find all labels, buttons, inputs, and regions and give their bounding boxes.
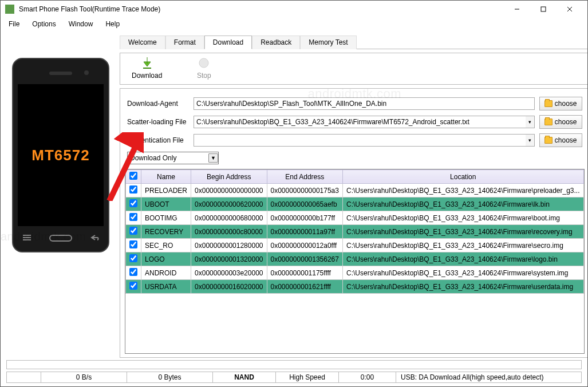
row-location: C:\Users\rahul\Desktop\BQ_E1_G33_A23_140… [342, 252, 583, 266]
row-check-cell [126, 211, 141, 225]
row-check[interactable] [129, 199, 137, 207]
menu-help[interactable]: Help [100, 19, 125, 29]
row-end: 0x000000001621ffff [267, 280, 342, 294]
row-name: UBOOT [141, 198, 191, 211]
da-choose-button[interactable]: choose [539, 97, 582, 110]
row-scatter: Scatter-loading File ▾ choose [127, 115, 582, 129]
content: BM MT6572 androidmtk.com androidmtk.com … [1, 30, 587, 360]
table-row[interactable]: PRELOADER0x00000000000000000x00000000000… [126, 184, 584, 198]
folder-icon [544, 119, 553, 125]
main-panel: androidmtk.com Welcome Format Download R… [120, 35, 587, 358]
window-controls [504, 1, 583, 18]
table-row[interactable]: UBOOT0x00000000006200000x000000000065aef… [126, 198, 584, 211]
scatter-label: Scatter-loading File [127, 118, 189, 126]
folder-icon [544, 100, 553, 107]
status-speed: 0 B/s [41, 372, 127, 382]
menu-options[interactable]: Options [26, 19, 61, 29]
row-location: C:\Users\rahul\Desktop\BQ_E1_G33_A23_140… [342, 280, 583, 294]
phone-preview: BM MT6572 androidmtk.com [6, 35, 115, 358]
statusbar-wrap: 0 B/s 0 Bytes NAND High Speed 0:00 USB: … [1, 360, 587, 386]
row-check[interactable] [129, 254, 137, 262]
status-empty-1 [7, 372, 41, 382]
table-row[interactable]: SEC_RO0x00000000012800000x000000000012a0… [126, 239, 584, 252]
auth-label: Authentication File [127, 136, 189, 144]
auth-choose-button[interactable]: choose [539, 133, 582, 147]
row-check-cell [126, 280, 141, 294]
stop-icon [196, 56, 211, 70]
row-name: USRDATA [141, 280, 191, 294]
row-mode: Download Only ▼ [127, 152, 582, 164]
row-location: C:\Users\rahul\Desktop\BQ_E1_G33_A23_140… [342, 239, 583, 252]
mode-select[interactable]: Download Only ▼ [127, 152, 219, 164]
menu-window[interactable]: Window [63, 19, 99, 29]
row-check[interactable] [129, 240, 137, 248]
da-input[interactable] [194, 97, 535, 110]
table-row[interactable]: BOOTIMG0x00000000006800000x0000000000b17… [126, 211, 584, 225]
phone-screen: MT6572 [18, 84, 104, 226]
auth-dropdown[interactable]: ▾ [526, 134, 535, 147]
da-label: Download-Agent [127, 100, 189, 108]
row-check-cell [126, 239, 141, 252]
table-row[interactable]: ANDROID0x0000000003e200000x000000001175f… [126, 266, 584, 280]
scatter-input[interactable] [194, 116, 526, 128]
row-check[interactable] [129, 185, 137, 194]
header-name[interactable]: Name [141, 170, 191, 184]
status-mode: High Speed [276, 372, 339, 382]
row-begin: 0x0000000000680000 [191, 211, 267, 225]
tab-readback[interactable]: Readback [252, 35, 300, 49]
form-rows: Download-Agent choose Scatter-loading Fi… [125, 92, 585, 169]
tab-welcome[interactable]: Welcome [120, 35, 165, 49]
tab-download[interactable]: Download [204, 35, 252, 49]
row-name: PRELOADER [141, 184, 191, 198]
header-begin[interactable]: Begin Address [191, 170, 267, 184]
row-check[interactable] [129, 268, 137, 276]
header-location[interactable]: Location [342, 170, 583, 184]
row-location: C:\Users\rahul\Desktop\BQ_E1_G33_A23_140… [342, 266, 583, 280]
minimize-button[interactable] [504, 1, 530, 18]
row-end: 0x000000000012a0fff [267, 239, 342, 252]
header-end[interactable]: End Address [267, 170, 342, 184]
row-end: 0x000000001175ffff [267, 266, 342, 280]
tab-memorytest[interactable]: Memory Test [300, 35, 356, 49]
row-check-cell [126, 225, 141, 239]
scatter-dropdown[interactable]: ▾ [526, 116, 535, 128]
folder-icon [544, 137, 553, 144]
table-row[interactable]: RECOVERY0x0000000000c800000x00000000011a… [126, 225, 584, 239]
row-auth: Authentication File ▾ choose [127, 133, 582, 147]
window-title: Smart Phone Flash Tool(Runtime Trace Mod… [19, 5, 504, 13]
row-check-cell [126, 266, 141, 280]
titlebar: Smart Phone Flash Tool(Runtime Trace Mod… [1, 1, 587, 18]
row-check-cell [126, 198, 141, 211]
close-button[interactable] [557, 1, 583, 18]
mode-value: Download Only [130, 154, 176, 162]
status-bytes: 0 Bytes [127, 372, 213, 382]
row-check[interactable] [129, 282, 137, 290]
table-row[interactable]: LOGO0x00000000013200000x0000000001356267… [126, 252, 584, 266]
row-end: 0x00000000011a97ff [267, 225, 342, 239]
chip-label: MT6572 [31, 147, 89, 164]
check-all[interactable] [129, 172, 137, 180]
table-row[interactable]: USRDATA0x00000000160200000x000000001621f… [126, 280, 584, 294]
tabs: Welcome Format Download Readback Memory … [120, 35, 587, 49]
row-end: 0x000000000065aefb [267, 198, 342, 211]
stop-label: Stop [197, 72, 211, 80]
row-download-agent: Download-Agent choose [127, 97, 582, 110]
row-location: C:\Users\rahul\Desktop\BQ_E1_G33_A23_140… [342, 198, 583, 211]
row-check[interactable] [129, 227, 137, 235]
scatter-choose-button[interactable]: choose [539, 115, 582, 129]
svg-point-8 [199, 58, 208, 68]
auth-input[interactable] [194, 134, 526, 147]
row-location: C:\Users\rahul\Desktop\BQ_E1_G33_A23_140… [342, 184, 583, 198]
row-check[interactable] [129, 213, 137, 221]
svg-rect-1 [541, 7, 546, 11]
maximize-button[interactable] [530, 1, 557, 18]
action-toolbar: Download Stop [120, 53, 587, 85]
chevron-down-icon: ▼ [208, 153, 218, 163]
app-icon [5, 5, 14, 14]
watermark: androidmtk.com [1, 230, 86, 243]
row-name: SEC_RO [141, 239, 191, 252]
menu-file[interactable]: File [3, 19, 25, 29]
tab-format[interactable]: Format [165, 35, 204, 49]
stop-button: Stop [196, 56, 211, 80]
download-button[interactable]: Download [132, 56, 162, 80]
